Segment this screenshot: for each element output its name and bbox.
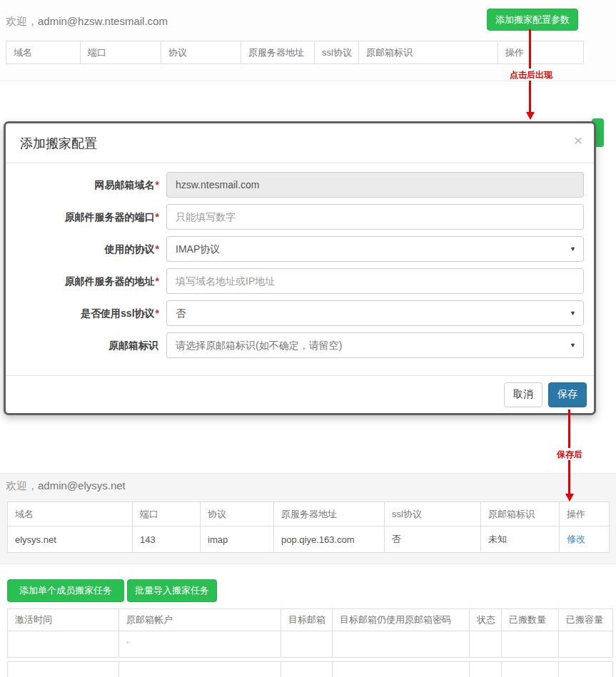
task-table: 激活时间 原邮箱帐户 目标邮箱 目标邮箱仍使用原邮箱密码 状态 已搬数量 已搬容… (7, 609, 613, 658)
cell-server: pop.qiye.163.com (274, 526, 385, 553)
required-asterisk: * (156, 243, 159, 255)
welcome-prefix: 欢迎， (6, 15, 38, 27)
col-port: 端口 (133, 502, 201, 526)
page: 欢迎，admin@hzsw.ntesmail.com 添加搬家配置参数 域名 端… (0, 0, 616, 677)
arrow-line (529, 81, 531, 112)
col-domain: 域名 (8, 502, 133, 526)
form-row: 使用的协议* IMAP协议▼ (6, 236, 594, 262)
col-server: 原服务器地址 (241, 41, 315, 64)
admin-email: admin@elysys.net (38, 479, 126, 492)
arrow-down-icon (526, 112, 535, 120)
welcome-prefix: 欢迎， (6, 479, 38, 492)
col-protocol: 协议 (161, 41, 241, 64)
welcome-text: 欢迎，admin@hzsw.ntesmail.com (6, 15, 168, 29)
col-protocol: 协议 (201, 502, 274, 526)
chevron-down-icon: ▼ (570, 332, 576, 358)
annotation-after-save: 保存后 (557, 449, 582, 461)
modal-title: 添加搬家配置 (20, 135, 97, 152)
cell-ssl: 否 (385, 526, 481, 553)
form-row: 原邮件服务器的地址* (6, 268, 594, 294)
server-port-input[interactable] (166, 204, 584, 230)
annotation-after-click: 点击后出现 (510, 69, 552, 81)
required-asterisk: * (156, 211, 159, 223)
required-asterisk: * (156, 179, 159, 190)
col-action: 操作 (560, 502, 610, 526)
modal-footer: 取消 保存 (6, 375, 594, 413)
col-target-mailbox: 目标邮箱 (281, 609, 333, 631)
mailbox-flag-select[interactable]: 请选择原邮箱标识(如不确定，请留空)▼ (166, 332, 584, 358)
col-action: 操作 (498, 41, 584, 64)
saved-screenshot-strip: 欢迎，admin@elysys.net 域名 端口 协议 原服务器地址 ssl协… (0, 473, 616, 564)
col-moved-size: 已搬容量 (559, 609, 613, 631)
add-config-button[interactable]: 添加搬家配置参数 (487, 9, 578, 31)
table-row: . (8, 631, 613, 658)
col-flag: 原邮箱标识 (359, 41, 498, 64)
protocol-select[interactable]: IMAP协议▼ (166, 236, 584, 262)
config-table-saved: 域名 端口 协议 原服务器地址 ssl协议 原邮箱标识 操作 elysys.ne… (7, 502, 610, 553)
col-moved-count: 已搬数量 (502, 609, 559, 631)
welcome-text: 欢迎，admin@elysys.net (6, 479, 126, 493)
cell-source-account: . (119, 631, 281, 658)
arrow-line (568, 460, 570, 494)
cell-domain: elysys.net (8, 526, 133, 553)
field-label: 网易邮箱域名 (95, 179, 155, 190)
field-label: 原邮箱标识 (108, 340, 158, 351)
cell-flag: 未知 (481, 526, 560, 553)
netease-domain-input[interactable] (166, 172, 584, 198)
col-ssl: ssl协议 (385, 502, 481, 526)
arrow-down-icon (565, 494, 574, 502)
save-button[interactable]: 保存 (548, 382, 587, 407)
modal-body: 网易邮箱域名* 原邮件服务器的端口* 使用的协议* IMAP协议▼ 原邮件服务器… (6, 163, 594, 365)
col-source-account: 原邮箱帐户 (119, 609, 281, 631)
form-row: 是否使用ssl协议* 否▼ (6, 300, 594, 326)
col-flag: 原邮箱标识 (481, 502, 560, 526)
form-row: 网易邮箱域名* (6, 172, 594, 198)
field-label: 原邮件服务器的地址 (65, 275, 155, 287)
ssl-select[interactable]: 否▼ (166, 300, 584, 326)
modal-header: 添加搬家配置 × (6, 123, 594, 163)
config-table-empty: 域名 端口 协议 原服务器地址 ssl协议 原邮箱标识 操作 (6, 41, 584, 64)
task-table-next-row (7, 661, 613, 677)
col-domain: 域名 (6, 41, 81, 64)
cell-port: 143 (133, 526, 201, 553)
col-ssl: ssl协议 (315, 41, 359, 64)
col-keep-password: 目标邮箱仍使用原邮箱密码 (333, 609, 470, 631)
form-row: 原邮件服务器的端口* (6, 204, 594, 230)
close-icon[interactable]: × (574, 133, 582, 148)
table-row (8, 662, 613, 677)
arrow-line (568, 409, 570, 448)
col-status: 状态 (470, 609, 502, 631)
field-label: 是否使用ssl协议 (81, 307, 154, 319)
add-single-task-button[interactable]: 添加单个成员搬家任务 (7, 579, 124, 602)
batch-import-button[interactable]: 批量导入搬家任务 (127, 579, 217, 602)
required-asterisk: * (156, 275, 159, 287)
col-port: 端口 (81, 41, 161, 64)
field-label: 原邮件服务器的端口 (65, 211, 155, 223)
server-address-input[interactable] (166, 268, 584, 294)
chevron-down-icon: ▼ (570, 300, 576, 326)
add-config-modal: 添加搬家配置 × 网易邮箱域名* 原邮件服务器的端口* 使用的协议* IMAP协… (4, 121, 596, 415)
required-asterisk: * (156, 307, 159, 319)
chevron-down-icon: ▼ (570, 236, 576, 262)
form-row: 原邮箱标识 请选择原邮箱标识(如不确定，请留空)▼ (6, 332, 594, 358)
arrow-line (529, 29, 531, 68)
cell-protocol: imap (201, 526, 274, 553)
modify-link[interactable]: 修改 (567, 534, 585, 544)
cancel-button[interactable]: 取消 (504, 382, 542, 407)
admin-email: admin@hzsw.ntesmail.com (38, 15, 168, 27)
col-server: 原服务器地址 (274, 502, 385, 526)
col-activate-time: 激活时间 (8, 609, 119, 631)
field-label: 使用的协议 (105, 243, 155, 255)
table-row: elysys.net 143 imap pop.qiye.163.com 否 未… (8, 526, 610, 553)
